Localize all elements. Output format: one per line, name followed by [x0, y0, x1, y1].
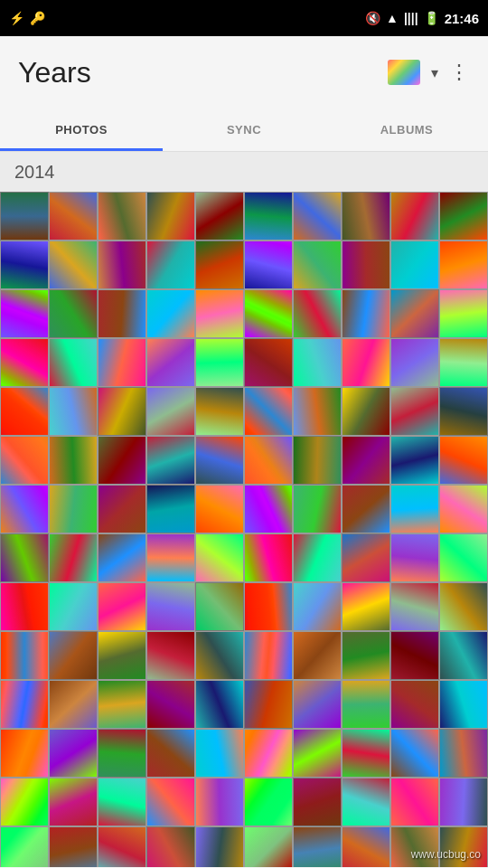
photo-thumbnail[interactable]: [439, 436, 488, 485]
photo-thumbnail[interactable]: [293, 826, 342, 867]
photo-thumbnail[interactable]: [293, 436, 342, 485]
photo-thumbnail[interactable]: [98, 778, 146, 826]
photo-thumbnail[interactable]: [49, 436, 98, 485]
photo-thumbnail[interactable]: [49, 289, 98, 338]
photo-thumbnail[interactable]: [293, 485, 342, 533]
photo-thumbnail[interactable]: [390, 338, 439, 387]
photo-thumbnail[interactable]: [49, 778, 98, 826]
photo-thumbnail[interactable]: [293, 533, 342, 582]
photo-thumbnail[interactable]: [146, 436, 195, 485]
photo-thumbnail[interactable]: [244, 387, 293, 436]
photo-thumbnail[interactable]: [293, 729, 342, 778]
photo-thumbnail[interactable]: [0, 729, 49, 778]
photo-thumbnail[interactable]: [244, 436, 293, 485]
color-filter-button[interactable]: [388, 60, 420, 85]
photo-thumbnail[interactable]: [293, 192, 342, 241]
photo-thumbnail[interactable]: [0, 192, 49, 241]
photo-thumbnail[interactable]: [98, 387, 146, 436]
photo-thumbnail[interactable]: [342, 826, 390, 867]
photo-thumbnail[interactable]: [195, 338, 244, 387]
photo-thumbnail[interactable]: [49, 533, 98, 582]
photo-thumbnail[interactable]: [390, 778, 439, 826]
photo-thumbnail[interactable]: [195, 436, 244, 485]
photo-thumbnail[interactable]: [98, 436, 146, 485]
photo-thumbnail[interactable]: [342, 778, 390, 826]
photo-thumbnail[interactable]: [390, 826, 439, 867]
photo-thumbnail[interactable]: [244, 241, 293, 289]
photo-thumbnail[interactable]: [195, 485, 244, 533]
photo-thumbnail[interactable]: [439, 680, 488, 729]
photo-thumbnail[interactable]: [195, 241, 244, 289]
photo-thumbnail[interactable]: [195, 192, 244, 241]
photo-thumbnail[interactable]: [390, 192, 439, 241]
photo-thumbnail[interactable]: [0, 485, 49, 533]
photo-thumbnail[interactable]: [342, 582, 390, 631]
photo-thumbnail[interactable]: [49, 485, 98, 533]
photo-thumbnail[interactable]: [342, 338, 390, 387]
photo-thumbnail[interactable]: [293, 241, 342, 289]
photo-thumbnail[interactable]: [342, 387, 390, 436]
photo-thumbnail[interactable]: [439, 485, 488, 533]
photo-thumbnail[interactable]: [98, 729, 146, 778]
photo-thumbnail[interactable]: [293, 631, 342, 680]
photo-thumbnail[interactable]: [244, 680, 293, 729]
photo-thumbnail[interactable]: [195, 729, 244, 778]
photo-thumbnail[interactable]: [244, 729, 293, 778]
photo-thumbnail[interactable]: [146, 631, 195, 680]
photo-thumbnail[interactable]: [390, 241, 439, 289]
photo-thumbnail[interactable]: [390, 485, 439, 533]
photo-thumbnail[interactable]: [49, 192, 98, 241]
photo-thumbnail[interactable]: [0, 631, 49, 680]
photo-thumbnail[interactable]: [98, 241, 146, 289]
photo-thumbnail[interactable]: [49, 729, 98, 778]
photo-thumbnail[interactable]: [439, 533, 488, 582]
photo-thumbnail[interactable]: [195, 680, 244, 729]
photo-thumbnail[interactable]: [293, 338, 342, 387]
photo-thumbnail[interactable]: [439, 582, 488, 631]
photo-thumbnail[interactable]: [0, 826, 49, 867]
photo-thumbnail[interactable]: [439, 241, 488, 289]
tab-photos[interactable]: PHOTOS: [0, 108, 163, 151]
dropdown-arrow-icon[interactable]: ▾: [431, 64, 438, 81]
photo-thumbnail[interactable]: [195, 778, 244, 826]
photo-thumbnail[interactable]: [49, 582, 98, 631]
photo-thumbnail[interactable]: [293, 582, 342, 631]
photo-thumbnail[interactable]: [342, 680, 390, 729]
photo-thumbnail[interactable]: [195, 387, 244, 436]
photo-thumbnail[interactable]: [49, 680, 98, 729]
photo-thumbnail[interactable]: [0, 533, 49, 582]
photo-thumbnail[interactable]: [390, 729, 439, 778]
tab-albums[interactable]: ALBUMS: [325, 108, 488, 151]
photo-thumbnail[interactable]: [195, 631, 244, 680]
photo-thumbnail[interactable]: [146, 778, 195, 826]
photo-thumbnail[interactable]: [98, 680, 146, 729]
photo-thumbnail[interactable]: [390, 533, 439, 582]
photo-thumbnail[interactable]: [342, 729, 390, 778]
photo-thumbnail[interactable]: [146, 338, 195, 387]
photo-thumbnail[interactable]: [98, 192, 146, 241]
photo-thumbnail[interactable]: [244, 289, 293, 338]
photo-thumbnail[interactable]: [390, 631, 439, 680]
photo-thumbnail[interactable]: [439, 338, 488, 387]
photo-thumbnail[interactable]: [439, 729, 488, 778]
photo-thumbnail[interactable]: [439, 631, 488, 680]
photo-thumbnail[interactable]: [98, 338, 146, 387]
photo-thumbnail[interactable]: [439, 387, 488, 436]
photo-thumbnail[interactable]: [0, 338, 49, 387]
photo-thumbnail[interactable]: [244, 631, 293, 680]
photo-thumbnail[interactable]: [49, 826, 98, 867]
photo-thumbnail[interactable]: [195, 289, 244, 338]
photo-thumbnail[interactable]: [0, 582, 49, 631]
photo-thumbnail[interactable]: [146, 680, 195, 729]
photo-thumbnail[interactable]: [0, 680, 49, 729]
photo-thumbnail[interactable]: [439, 826, 488, 867]
photo-thumbnail[interactable]: [244, 533, 293, 582]
photo-thumbnail[interactable]: [390, 680, 439, 729]
photo-thumbnail[interactable]: [98, 485, 146, 533]
photo-thumbnail[interactable]: [293, 289, 342, 338]
photo-thumbnail[interactable]: [49, 631, 98, 680]
photo-thumbnail[interactable]: [244, 192, 293, 241]
photo-thumbnail[interactable]: [195, 533, 244, 582]
photo-thumbnail[interactable]: [342, 631, 390, 680]
photo-thumbnail[interactable]: [146, 729, 195, 778]
